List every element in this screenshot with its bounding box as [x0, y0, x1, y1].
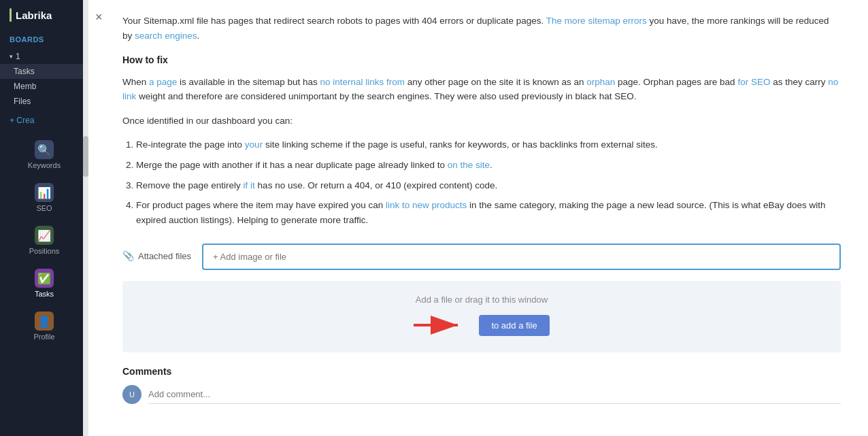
chevron-icon: ▾ [10, 53, 13, 60]
comment-avatar: U [122, 385, 141, 404]
article-intro: Your Sitemap.xml file has pages that red… [122, 14, 841, 43]
tasks-icon: ✅ [35, 269, 54, 288]
article-paragraph1: When a page is available in the sitemap … [122, 75, 841, 104]
tasks-label: Tasks [35, 290, 54, 298]
avatar-initials: U [129, 390, 135, 399]
positions-label: Positions [29, 247, 60, 255]
fix-list-item-2: Merge the page with another if it has a … [136, 158, 841, 173]
main-content: × Your Sitemap.xml file has pages that r… [88, 0, 868, 436]
fix-list-item-4: For product pages where the item may hav… [136, 198, 841, 227]
fix-list-item-1: Re-integrate the page into your site lin… [136, 137, 841, 152]
logo-bar [10, 8, 12, 22]
app-logo: Labrika [0, 0, 88, 30]
profile-icon: 👤 [35, 312, 54, 331]
profile-label: Profile [33, 333, 54, 341]
sidebar-item-keywords[interactable]: 🔍 Keywords [0, 135, 88, 175]
right-scrollbar[interactable] [83, 0, 88, 436]
close-button[interactable]: × [95, 11, 103, 23]
attached-files-section: 📎 Attached files [122, 244, 841, 270]
sidebar-item-tasks-nav[interactable]: ✅ Tasks [0, 263, 88, 303]
sidebar-item-seo[interactable]: 📊 SEO [0, 178, 88, 218]
upload-controls: to add a file [136, 312, 827, 339]
once-identified-text: Once identified in our dashboard you can… [122, 114, 841, 129]
fix-list: Re-integrate the page into your site lin… [136, 137, 841, 227]
sidebar-item-profile[interactable]: 👤 Profile [0, 306, 88, 346]
arrow-indicator [414, 312, 468, 339]
board-number[interactable]: ▾ 1 [0, 49, 88, 64]
logo-text: Labrika [16, 10, 52, 21]
sidebar-item-tasks[interactable]: Tasks [0, 64, 88, 79]
comments-section: Comments U [122, 366, 841, 404]
comments-title: Comments [122, 366, 841, 377]
seo-label: SEO [36, 204, 52, 212]
sidebar-item-members[interactable]: Memb [0, 79, 88, 94]
paperclip-icon: 📎 [122, 250, 134, 261]
create-item[interactable]: + Crea [0, 112, 88, 129]
seo-icon: 📊 [35, 183, 54, 202]
article-body: Your Sitemap.xml file has pages that red… [122, 14, 841, 237]
attached-files-text: Attached files [138, 251, 191, 261]
how-to-fix-heading: How to fix [122, 52, 841, 67]
add-file-input[interactable] [202, 244, 841, 270]
positions-icon: 📈 [35, 226, 54, 245]
boards-section-label: BOARDS [0, 30, 88, 46]
sidebar-nav: 🔍 Keywords 📊 SEO 📈 Positions ✅ Tasks 👤 P… [0, 135, 88, 436]
attached-files-label: 📎 Attached files [122, 244, 191, 261]
board-number-label: 1 [16, 52, 20, 61]
arrow-container [414, 312, 468, 339]
sidebar: Labrika BOARDS ▾ 1 Tasks Memb Files + Cr… [0, 0, 88, 436]
file-upload-drag-text: Add a file or drag it to this window [136, 295, 827, 305]
scrollbar-thumb [83, 136, 88, 177]
board-group: ▾ 1 Tasks Memb Files [0, 46, 88, 112]
sidebar-item-files[interactable]: Files [0, 94, 88, 109]
upload-file-button[interactable]: to add a file [479, 315, 549, 336]
keywords-icon: 🔍 [35, 140, 54, 159]
keywords-label: Keywords [28, 161, 61, 169]
comment-input-row: U [122, 385, 841, 404]
comment-input[interactable] [148, 385, 841, 404]
sidebar-item-positions[interactable]: 📈 Positions [0, 220, 88, 261]
file-upload-area: Add a file or drag it to this window to … [122, 281, 841, 352]
fix-list-item-3: Remove the page entirely if it has no us… [136, 178, 841, 193]
